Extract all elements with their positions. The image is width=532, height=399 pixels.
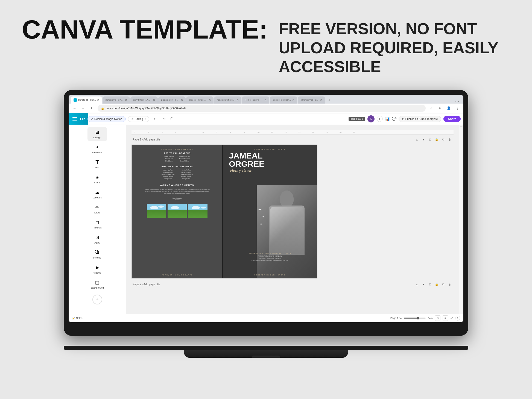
tab-close-3[interactable]: ✕ — [181, 98, 183, 101]
ruler: 123 456 789 101112 131415 1617 — [131, 130, 454, 135]
tab-close-8[interactable]: ✕ — [320, 98, 322, 101]
sidebar-item-apps[interactable]: ⊡ Apps — [87, 232, 107, 246]
share-label: Share — [448, 117, 456, 121]
editing-btn[interactable]: ✏ Editing ▾ — [128, 116, 150, 122]
page1-lock-icon[interactable]: 🔒 — [434, 137, 439, 142]
help-btn[interactable]: ? — [455, 316, 460, 321]
address-bar[interactable]: 🔒 canva.com/design/DAGIWr2jnqB/AoIKDhQbl… — [98, 105, 426, 112]
forward-btn[interactable]: → — [80, 105, 87, 112]
url-text: canva.com/design/DAGIWr2jnqB/AoIKDhQbly0… — [106, 107, 186, 110]
tab-close-7[interactable]: ✕ — [292, 98, 294, 101]
canva-bottom-bar: 📝 Notes Page 1 / 4 64% ⊡ — [69, 314, 463, 322]
sidebar-item-background[interactable]: ◫ Background — [87, 277, 107, 291]
page2-lock-icon[interactable]: 🔒 — [434, 282, 439, 287]
canva-title: CANVA TEMPLATE: — [22, 16, 268, 43]
page1-up-btn[interactable]: ▲ — [414, 137, 420, 142]
design-label: Design — [93, 136, 101, 139]
publish-btn[interactable]: ⊡ Publish as Brand Template — [399, 116, 442, 122]
sidebar-item-text[interactable]: T Text — [87, 157, 107, 171]
laptop-notch — [252, 356, 280, 358]
zoom-slider-fill — [404, 318, 418, 319]
resize-label: Resize & Magic Switch — [94, 118, 122, 121]
tab-close-4[interactable]: ✕ — [209, 98, 211, 101]
tab-close-0[interactable]: ✕ — [97, 98, 99, 101]
canva-file-menu[interactable]: File — [80, 117, 85, 121]
page1-delete-icon[interactable]: 🗑 — [447, 137, 452, 142]
comment-icon[interactable]: 💬 — [392, 117, 396, 121]
toolbar-right: dark gray 8 K + 📊 💬 ⊡ Publish as Brand T… — [349, 115, 461, 122]
bar-chart-icon[interactable]: 📊 — [385, 117, 390, 121]
person-figure — [257, 185, 317, 278]
redo-btn[interactable]: ↪ — [161, 115, 168, 122]
back-btn[interactable]: ← — [71, 105, 78, 112]
tab-close-2[interactable]: ✕ — [153, 98, 155, 101]
laptop: Bundle 66 - Can... ✕ dark gray 8 - 17...… — [64, 90, 468, 358]
resize-magic-btn[interactable]: ⤢ Resize & Magic Switch — [87, 116, 126, 122]
page1-header: Page 1 · Add page title ▲ ▼ ⊡ 🔒 ⧉ 🗑 — [131, 137, 454, 142]
sidebar-item-design[interactable]: ⊞ Design — [87, 127, 107, 141]
zoom-slider[interactable] — [404, 318, 426, 319]
page2-up-btn[interactable]: ▲ — [414, 282, 420, 287]
k-avatar[interactable]: K — [367, 115, 375, 122]
hamburger-menu[interactable] — [71, 116, 78, 122]
dark-gray-badge: dark gray 8 — [349, 117, 365, 121]
laptop-screen-bezel: Bundle 66 - Can... ✕ dark gray 8 - 17...… — [64, 90, 468, 336]
pallbearers-columns: Omar Ashford Louis Avant Chad Jones Monr… — [165, 156, 190, 162]
browser-action-profile[interactable]: 👤 — [445, 105, 452, 112]
ack-text: The Iles Family wants to express heartfe… — [144, 189, 210, 195]
page2-duplicate-icon[interactable]: ⊡ — [427, 282, 433, 287]
design-page[interactable]: FOREVER IN OUR HEARTS ACTIVE PALLBEARERS… — [131, 145, 317, 278]
browser-tab-2[interactable]: grey trifold - 17... ✕ — [130, 96, 158, 104]
browser-tab-1[interactable]: dark gray 8 - 17... ✕ — [103, 96, 130, 104]
photos-label: Photos — [93, 256, 101, 259]
page2-controls: ▲ ▼ ⊡ 🔒 ⧉ 🗑 — [414, 282, 452, 287]
reload-btn[interactable]: ↻ — [89, 105, 95, 112]
new-tab-btn[interactable]: + — [326, 96, 333, 104]
sidebar-item-videos[interactable]: ▶ Videos — [87, 262, 107, 276]
text-icon: T — [94, 159, 100, 165]
tab-close-6[interactable]: ✕ — [264, 98, 267, 101]
page2-delete-icon[interactable]: 🗑 — [447, 282, 452, 287]
page1-copy-icon[interactable]: ⧉ — [440, 137, 446, 142]
view-grid-btn[interactable]: ⊞ — [443, 315, 448, 321]
browser-tab-5[interactable]: resize dark hgre... ✕ — [214, 96, 241, 104]
hon-l5: Craig Curtis — [162, 178, 174, 180]
browser-tab-8[interactable]: silver grey all - 2... ✕ — [298, 96, 325, 104]
landscape-row — [147, 204, 207, 218]
browser-tab-6[interactable]: Home - Canva ✕ — [242, 96, 269, 104]
notes-btn[interactable]: 📝 Notes — [72, 317, 83, 319]
sidebar-item-elements[interactable]: ✦ Elements — [87, 142, 107, 156]
fullscreen-btn[interactable]: ⤢ — [450, 316, 453, 320]
page2-copy-icon[interactable]: ⧉ — [440, 282, 446, 287]
page1-down-btn[interactable]: ▼ — [421, 137, 426, 142]
sidebar-item-brand[interactable]: ◈ Brand — [87, 172, 107, 186]
browser-more-btn[interactable]: ⋯ — [453, 99, 461, 104]
sidebar-item-draw[interactable]: ✏ Draw — [87, 202, 107, 216]
zoom-slider-thumb[interactable] — [417, 317, 419, 319]
browser-action-more[interactable]: ⋮ — [454, 105, 461, 112]
timer-icon[interactable]: ⏱ — [170, 117, 174, 121]
active-pallbearers-title: ACTIVE PALLBEARERS — [164, 152, 191, 154]
undo-btn[interactable]: ↩ — [151, 115, 159, 122]
browser-tab-0[interactable]: Bundle 66 - Can... ✕ — [71, 96, 102, 104]
canvas-area[interactable]: 123 456 789 101112 131415 1617 — [126, 125, 459, 318]
share-btn[interactable]: Share — [443, 116, 461, 122]
page-wrapper: CANVA TEMPLATE: FREE VERSION, NO FONT UP… — [0, 0, 532, 399]
sidebar-item-projects[interactable]: ◻ Projects — [87, 217, 107, 231]
browser-action-star[interactable]: ☆ — [428, 105, 434, 112]
page1-duplicate-icon[interactable]: ⊡ — [427, 137, 433, 142]
tab-close-5[interactable]: ✕ — [236, 98, 239, 101]
sidebar-item-photos[interactable]: 🖼 Photos — [87, 247, 107, 261]
sidebar-item-uploads[interactable]: ☁ Uploads — [87, 187, 107, 201]
subtitle-line3: ACCESSIBLE — [279, 57, 498, 76]
browser-tab-7[interactable]: Copy of pink lam... ✕ — [270, 96, 297, 104]
browser-tab-3[interactable]: 2 page grey - 8... ✕ — [158, 96, 186, 104]
view-single-btn[interactable]: ⊡ — [435, 315, 440, 321]
browser-tab-4[interactable]: grey ig - Instagr... ✕ — [186, 96, 214, 104]
elements-icon: ✦ — [94, 144, 100, 150]
add-collaborator-btn[interactable]: + — [377, 116, 383, 122]
add-element-btn[interactable]: + — [92, 295, 102, 304]
tab-close-1[interactable]: ✕ — [125, 98, 127, 101]
browser-action-download[interactable]: ⬇ — [437, 105, 443, 112]
page2-down-btn[interactable]: ▼ — [421, 282, 426, 287]
